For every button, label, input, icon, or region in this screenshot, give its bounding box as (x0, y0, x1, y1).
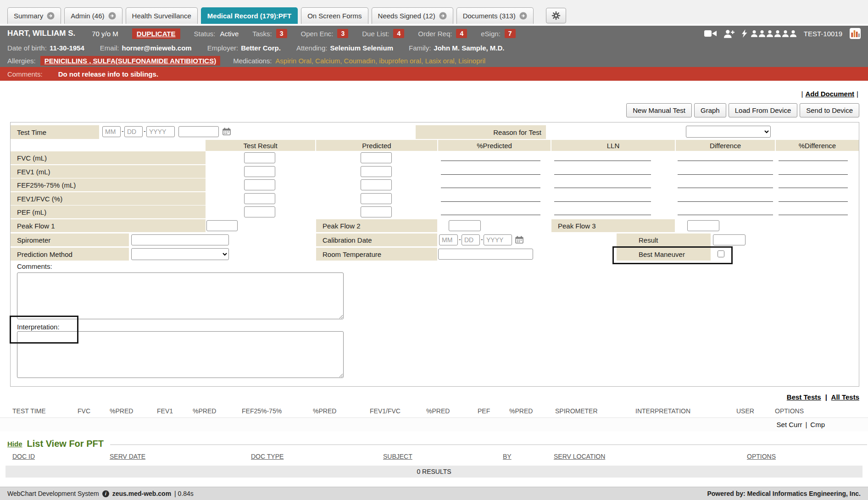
medication-link-lisinopril[interactable]: Lisinopril (458, 57, 485, 65)
fev1-fvc-test-result-input[interactable] (244, 193, 275, 204)
counter-badge[interactable]: 4 (393, 29, 404, 38)
results-header-pef-9: PEF (478, 407, 490, 415)
calibration-month-input[interactable] (439, 234, 458, 245)
demographic-label: Attending: (296, 44, 328, 52)
fef25-75-ml-predicted-input[interactable] (361, 179, 392, 190)
calibration-result-input[interactable] (713, 234, 746, 245)
calibration-year-input[interactable] (484, 234, 512, 245)
blank-value-line (678, 161, 773, 161)
person-icon[interactable] (751, 30, 757, 37)
spirometer-input[interactable] (131, 234, 229, 245)
load-from-device-button[interactable]: Load From Device (729, 103, 798, 117)
pef-ml-predicted-input[interactable] (361, 206, 392, 217)
counter-badge[interactable]: 3 (337, 29, 348, 38)
medication-link-lasix-oral[interactable]: Lasix oral (425, 57, 454, 65)
peak-flow-3-input[interactable] (687, 220, 719, 231)
peak-flow-1-input[interactable] (206, 220, 238, 231)
cmp-link[interactable]: Cmp (810, 421, 825, 428)
test-time-time-input[interactable] (178, 126, 219, 137)
best-tests-link[interactable]: Best Tests (787, 393, 821, 401)
listview-header-doc-type[interactable]: DOC TYPE (251, 453, 284, 460)
best-maneuver-checkbox[interactable] (718, 250, 724, 257)
person-icon[interactable] (774, 30, 781, 37)
reason-for-test-select[interactable] (686, 126, 771, 138)
test-time-day-input[interactable] (124, 126, 143, 137)
fev1-fvc-predicted-input[interactable] (361, 193, 392, 204)
status-group: Status: Active (194, 30, 239, 38)
send-to-device-button[interactable]: Send to Device (800, 103, 859, 117)
lightning-icon[interactable] (742, 29, 747, 38)
fev1-ml-test-result-input[interactable] (244, 166, 275, 177)
counter-badge[interactable]: 4 (456, 29, 467, 38)
listview-header-doc-id[interactable]: DOC ID (12, 453, 35, 460)
tab-admin-46[interactable]: Admin (46) (64, 7, 122, 24)
tab-medical-record-179-pft[interactable]: Medical Record (179):PFT (201, 7, 298, 24)
person-icon[interactable] (790, 30, 796, 37)
heading-rule (110, 444, 867, 445)
peak-flow-2-input[interactable] (449, 220, 481, 231)
tab-documents-313[interactable]: Documents (313) (456, 7, 534, 24)
blank-value-line (779, 174, 848, 175)
tab-bar: SummaryAdmin (46)Health SurveillanceMedi… (0, 0, 868, 24)
add-user-icon[interactable] (724, 29, 734, 38)
results-header-pred-4: %PRED (193, 407, 216, 415)
popout-icon[interactable] (47, 12, 55, 20)
medication-link-ibuprofen-oral[interactable]: ibuprofen oral (379, 57, 421, 65)
fef25-75-ml-test-result-input[interactable] (244, 179, 275, 190)
tab-on-screen-forms[interactable]: On Screen Forms (301, 7, 368, 24)
calendar-icon[interactable] (515, 236, 523, 244)
calibration-day-input[interactable] (462, 234, 480, 245)
fvc-ml-predicted-input[interactable] (361, 152, 392, 163)
listview-header-by[interactable]: BY (503, 453, 512, 460)
listview-header-subject[interactable]: SUBJECT (383, 453, 412, 460)
tab-health-surveillance[interactable]: Health Surveillance (126, 7, 198, 24)
results-header-user-13: USER (736, 407, 754, 415)
popout-icon[interactable] (439, 12, 447, 20)
set-curr-link[interactable]: Set Curr (777, 421, 802, 428)
counter-badge[interactable]: 7 (505, 29, 516, 38)
person-icon[interactable] (782, 30, 789, 37)
listview-header-serv-date[interactable]: SERV DATE (110, 453, 145, 460)
video-camera-icon[interactable] (704, 29, 717, 38)
info-icon[interactable]: i (102, 490, 109, 497)
patient-header-icons: TEST-10019 (704, 28, 861, 39)
fvc-ml-test-result-input[interactable] (244, 152, 275, 163)
test-time-year-input[interactable] (146, 126, 175, 137)
popout-icon[interactable] (108, 12, 116, 20)
graph-button[interactable]: Graph (694, 103, 726, 117)
interpretation-textarea[interactable] (17, 331, 344, 378)
hide-link[interactable]: Hide (7, 440, 22, 448)
room-temperature-input[interactable] (438, 249, 533, 260)
settings-button[interactable] (546, 8, 566, 23)
medication-link-aspirin-oral[interactable]: Aspirin Oral (275, 57, 311, 65)
pft-row-fef25-75-ml: FEF25%-75% (mL) (11, 178, 859, 191)
add-document-link[interactable]: Add Document (805, 90, 854, 98)
chart-icon[interactable] (850, 28, 861, 39)
listview-header-options[interactable]: OPTIONS (747, 453, 776, 460)
listview-header-serv-location[interactable]: SERV LOCATION (554, 453, 605, 460)
new-manual-test-button[interactable]: New Manual Test (626, 103, 692, 117)
all-tests-link[interactable]: All Tests (831, 393, 859, 401)
column-header-predicted: %Predicted (438, 140, 551, 151)
results-header-pred-10: %PRED (509, 407, 533, 415)
blank-value-line (678, 188, 773, 188)
tab-needs-signed-12[interactable]: Needs Signed (12) (372, 7, 453, 24)
calendar-icon[interactable] (223, 128, 231, 135)
person-icon[interactable] (759, 30, 765, 37)
pef-ml-test-result-input[interactable] (244, 206, 275, 217)
comments-textarea[interactable] (17, 272, 344, 319)
counter-badge[interactable]: 3 (276, 29, 287, 38)
medication-link-calcium[interactable]: Calcium (315, 57, 340, 65)
duplicate-flag[interactable]: DUPLICATE (132, 28, 180, 39)
fev1-ml-predicted-input[interactable] (361, 166, 392, 177)
prediction-method-select[interactable] (131, 248, 229, 260)
results-header-options-14: OPTIONS (775, 407, 804, 415)
counter-esign: eSign:7 (481, 29, 515, 38)
test-time-row: Test Time - - Reason for Test (11, 125, 859, 139)
tab-summary[interactable]: Summary (7, 7, 61, 24)
medication-link-coumadin[interactable]: Coumadin (344, 57, 375, 65)
test-time-month-input[interactable] (102, 126, 121, 137)
popout-icon[interactable] (519, 12, 527, 20)
allergy-list-link[interactable]: PENICILLINS , SULFA(SULFONAMIDE ANTIBIOT… (40, 56, 220, 66)
person-icon[interactable] (767, 30, 773, 37)
